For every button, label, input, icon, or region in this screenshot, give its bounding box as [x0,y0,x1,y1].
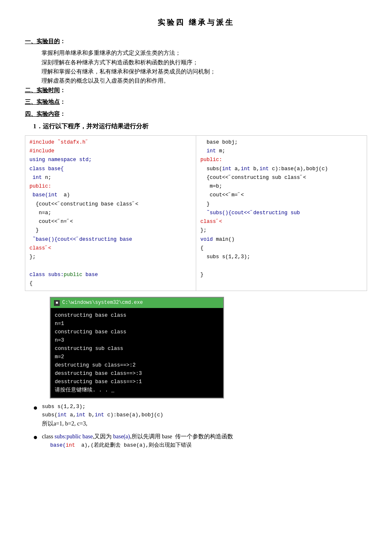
code-line: }; [29,253,192,262]
bullet-dot-2: ● [33,433,38,441]
code-line: ˜base(){cout<<˝desstructing base [29,235,192,244]
bullet-item-2: ● class subs:public base,又因为 base(a),所以先… [33,432,367,450]
cmd-line-5: constructing sub class [55,345,219,353]
code-line: void main() [200,235,363,244]
cmd-body: constructing base class n=1 constructing… [51,308,223,398]
code-line: { [29,279,192,288]
bullet-main-2: class subs:public base,又因为 base(a),所以先调用… [42,432,367,441]
code-line: cout<<˝n=˝< [29,218,192,226]
cmd-window: ■ C:\windows\system32\cmd.exe constructi… [50,297,224,399]
bullet-item-1: ● subs s(1,2,3); subs(int a,int b,int c)… [33,403,367,428]
code-line: public: [200,156,363,164]
purpose-item-4: 理解虚基类的概念以及引入虚基类的目的和作用。 [41,76,367,86]
page-title: 实验四 继承与派生 [25,17,367,29]
code-line: int n; [29,174,192,182]
code-line: }; [200,226,363,235]
code-line: ˜subs(){cout<<˝destructing sub [200,209,363,218]
cmd-line-8: desstructing base class==>:3 [55,369,219,378]
code-line: {cout<<˝constructing sub class˝< [200,174,363,182]
bullet-sub-1b: 所以a=1, b=2, c=3, [42,419,367,428]
purpose-item-2: 深刻理解在各种继承方式下构造函数和析构函数的执行顺序； [41,58,367,67]
code-line: cout<<˝m=˝< [200,191,363,200]
code-left: #include ˜stdafx.h˝ #include using names… [25,136,196,291]
section-two-heading: 二、实验时间： [25,86,367,95]
code-line: #include [29,147,192,156]
bullet-sub-2: base(int a),(若此处删去 base(a),则会出现如下错误 [50,441,367,450]
bullet-sub-1a: subs(int a,int b,int c):base(a),bobj(c) [42,411,367,419]
experiment-subtitle: 1．运行以下程序，并对运行结果进行分析 [33,121,367,131]
code-line: class˝< [200,218,363,226]
cmd-line-2: n=1 [55,320,219,328]
code-area: #include ˜stdafx.h˝ #include using names… [25,135,367,291]
bullet-section: ● subs s(1,2,3); subs(int a,int b,int c)… [33,403,367,450]
cmd-line-1: constructing base class [55,311,219,320]
code-line: int m; [200,147,363,156]
code-line: subs s(1,2,3); [200,253,363,262]
code-line: class˝< [29,244,192,253]
bullet-content-1: subs s(1,2,3); subs(int a,int b,int c):b… [42,403,367,428]
code-line: } [200,200,363,209]
cmd-line-4: n=3 [55,336,219,345]
cmd-icon: ■ [54,300,60,306]
code-line [29,262,192,270]
code-line: public: [29,182,192,191]
code-line: base bobj; [200,138,363,147]
bullet-main-1: subs s(1,2,3); [42,403,367,411]
code-right: base bobj; int m; public: subs(int a,int… [196,136,367,291]
code-line: #include ˜stdafx.h˝ [29,138,192,147]
code-line: base(int a) [29,191,192,200]
code-line: } [200,271,363,279]
code-line: } [29,226,192,235]
purpose-item-3: 理解和掌握公有继承，私有继承和保护继承对基类成员的访问机制； [41,67,367,76]
cmd-titlebar: ■ C:\windows\system32\cmd.exe [51,298,223,308]
code-line: m=b; [200,182,363,191]
cmd-line-3: constructing base class [55,328,219,336]
section-three-heading: 三、实验地点： [25,98,367,107]
cmd-line-9: desstructing base class==>:1 [55,378,219,386]
section-one-content: 掌握利用单继承和多重继承的方式定义派生类的方法； 深刻理解在各种继承方式下构造函… [41,49,367,86]
code-line: class subs:public base [29,271,192,279]
code-line: n=a; [29,209,192,218]
bullet-dot-1: ● [33,404,38,411]
code-line [200,262,363,270]
code-line: {cout<<˝constructing base class˝< [29,200,192,209]
code-line: { [200,244,363,253]
cmd-title: C:\windows\system32\cmd.exe [62,299,143,307]
cmd-line-7: destructing sub class==>:2 [55,361,219,369]
section-one-heading: 一、实验目的： [25,37,367,46]
cmd-line-10: 请按任意键继续. . . _ [55,386,219,394]
code-line: class base{ [29,165,192,174]
bullet-content-2: class subs:public base,又因为 base(a),所以先调用… [42,432,367,450]
code-line: using namespace std; [29,156,192,164]
section-four-heading: 四、实验内容： [25,110,367,119]
code-line: subs(int a,int b,int c):base(a),bobj(c) [200,165,363,174]
cmd-line-6: m=2 [55,353,219,361]
purpose-item-1: 掌握利用单继承和多重继承的方式定义派生类的方法； [41,49,367,58]
